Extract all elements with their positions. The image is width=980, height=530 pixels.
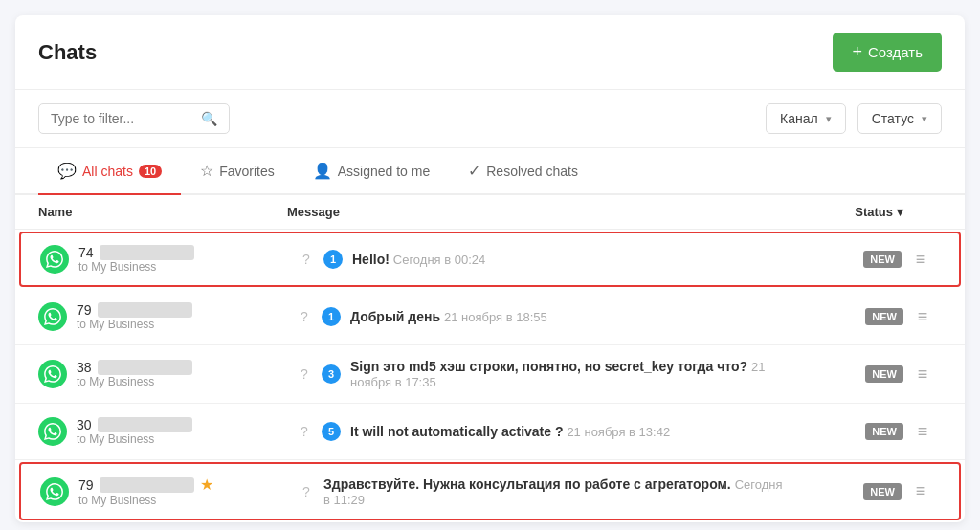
table-row[interactable]: 30 ██████████ to My Business ? 5 It will… [15,404,965,460]
actions-col: ≡ [902,250,940,270]
col-header-name: Name [38,205,287,219]
chat-name-col: 30 ██████████ to My Business [38,417,287,446]
tab-resolved[interactable]: ✓ Resolved chats [449,148,597,195]
col-header-message: Message [287,205,789,219]
contact-name: 79 ██████████ [77,302,192,318]
check-icon: ✓ [468,162,480,180]
contact-name: 30 ██████████ [77,417,192,432]
blurred-name: ██████████ [98,417,192,432]
whatsapp-icon [40,245,69,274]
contact-name: 38 ██████████ [77,360,192,375]
question-icon: ? [297,484,316,499]
message-col: Здравствуйте. Нужна консультация по рабо… [323,476,787,507]
name-info: 38 ██████████ to My Business [77,360,192,388]
tab-all-chats[interactable]: 💬 All chats 10 [38,148,181,195]
table-row[interactable]: 74 ██████████ to My Business ? 1 Hello! … [19,232,961,287]
contact-sub: to My Business [78,260,194,274]
table-body: 74 ██████████ to My Business ? 1 Hello! … [15,232,965,520]
menu-icon[interactable]: ≡ [916,250,926,270]
whatsapp-icon [40,477,69,506]
name-info: 74 ██████████ to My Business [78,245,194,274]
person-icon: 👤 [313,162,332,180]
sort-icon: ▾ [897,205,903,219]
tab-favorites[interactable]: ☆ Favorites [181,148,294,195]
tab-assigned[interactable]: 👤 Assigned to me [294,148,450,195]
contact-sub: to My Business [77,375,192,388]
message-text: Здравствуйте. Нужна консультация по рабо… [323,476,787,507]
blurred-name: ██████████ [100,477,194,493]
status-badge: NEW [863,483,902,500]
blurred-name: ██████████ [98,360,192,375]
filter-input-wrapper[interactable]: 🔍 [38,103,230,134]
whatsapp-icon [38,360,67,388]
search-icon: 🔍 [201,111,217,126]
message-text: It will not automatically activate ? 21 … [350,424,670,439]
filter-input[interactable] [51,111,193,126]
blurred-name: ██████████ [98,302,192,318]
question-icon: ? [295,366,314,382]
all-chats-badge: 10 [139,165,162,178]
contact-sub: to My Business [77,318,192,331]
menu-icon[interactable]: ≡ [918,307,928,327]
actions-col: ≡ [903,364,942,385]
create-button[interactable]: + Создать [833,33,942,72]
chat-name-col: 79 ██████████ ★ to My Business [40,475,289,507]
tabs-bar: 💬 All chats 10 ☆ Favorites 👤 Assigned to… [15,148,965,195]
unread-badge: 5 [322,422,341,441]
contact-name: 79 ██████████ ★ [78,475,213,494]
message-col: 1 Hello! Сегодня в 00:24 [323,250,787,269]
channel-dropdown[interactable]: Канал ▾ [766,103,846,134]
dropdown-group: Канал ▾ Статус ▾ [766,103,942,134]
chat-name-col: 79 ██████████ to My Business [38,302,287,331]
contact-name: 74 ██████████ [78,245,194,260]
toolbar: 🔍 Канал ▾ Статус ▾ [15,90,965,148]
col-header-status: Status ▾ [789,205,903,219]
question-icon: ? [295,309,314,324]
contact-sub: to My Business [78,494,213,507]
status-badge: NEW [865,365,903,383]
star-icon: ☆ [200,162,213,180]
whatsapp-icon [38,302,67,331]
blurred-name: ██████████ [100,245,194,260]
status-col: NEW [787,483,902,500]
chevron-down-icon: ▾ [922,113,927,125]
actions-col: ≡ [902,481,940,501]
message-col: 5 It will not automatically activate ? 2… [322,422,789,441]
unread-badge: 3 [322,364,341,384]
status-dropdown[interactable]: Статус ▾ [858,103,942,134]
page-title: Chats [38,40,97,65]
status-col: NEW [787,251,902,268]
menu-icon[interactable]: ≡ [918,422,928,442]
question-icon: ? [297,252,316,267]
message-text: Добрый день 21 ноября в 18:55 [350,309,547,324]
table-row[interactable]: 79 ██████████ ★ to My Business ? Здравст… [19,462,961,520]
plus-icon: + [852,42,862,62]
status-col: NEW [789,308,903,325]
contact-sub: to My Business [77,432,192,446]
star-filled-icon[interactable]: ★ [200,475,213,494]
question-icon: ? [295,424,314,439]
status-col: NEW [789,365,903,383]
whatsapp-icon [38,417,67,446]
actions-col: ≡ [903,422,942,442]
unread-badge: 1 [323,250,343,269]
status-badge: NEW [865,308,903,325]
name-info: 79 ██████████ ★ to My Business [78,475,213,507]
main-container: Chats + Создать 🔍 Канал ▾ Статус ▾ 💬 All… [15,15,965,522]
name-info: 30 ██████████ to My Business [77,417,192,446]
table-header: Name Message Status ▾ [15,195,965,230]
menu-icon[interactable]: ≡ [918,364,928,385]
message-text: Hello! Сегодня в 00:24 [352,252,485,267]
chevron-down-icon: ▾ [826,113,832,125]
status-badge: NEW [865,423,903,440]
menu-icon[interactable]: ≡ [916,481,926,501]
name-info: 79 ██████████ to My Business [77,302,192,331]
actions-col: ≡ [903,307,942,327]
status-badge: NEW [863,251,902,268]
message-col: 1 Добрый день 21 ноября в 18:55 [322,307,789,326]
chat-icon: 💬 [57,162,77,180]
table-row[interactable]: 79 ██████████ to My Business ? 1 Добрый … [15,289,965,345]
unread-badge: 1 [322,307,341,326]
message-col: 3 Sign это md5 хэш строки, понятно, но s… [322,359,789,389]
table-row[interactable]: 38 ██████████ to My Business ? 3 Sign эт… [15,345,965,404]
